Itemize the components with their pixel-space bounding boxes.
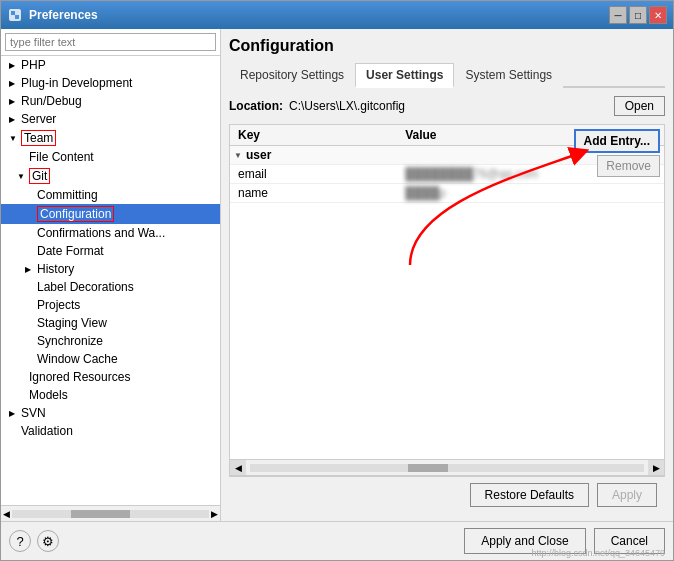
sidebar-item-label: Run/Debug	[21, 94, 82, 108]
tab-user-settings[interactable]: User Settings	[355, 63, 454, 88]
sidebar-item-label: Ignored Resources	[29, 370, 130, 384]
sidebar-item-plugin[interactable]: ▶ Plug-in Development	[1, 74, 220, 92]
filter-box	[1, 29, 220, 56]
minimize-button[interactable]: ─	[609, 6, 627, 24]
sidebar-item-ignoredresources[interactable]: Ignored Resources	[1, 368, 220, 386]
sidebar-item-php[interactable]: ▶ PHP	[1, 56, 220, 74]
svg-rect-2	[15, 15, 19, 19]
bottom-bar: Restore Defaults Apply	[229, 476, 665, 513]
arrow-icon: ▼	[9, 134, 21, 143]
right-panel: Configuration Repository Settings User S…	[221, 29, 673, 521]
sidebar-item-label: History	[37, 262, 74, 276]
sidebar-item-label: Staging View	[37, 316, 107, 330]
watermark: http://blog.csdn.net/qq_34645479	[531, 548, 665, 558]
sidebar-item-label: Plug-in Development	[21, 76, 132, 90]
sidebar-item-synchronize[interactable]: Synchronize	[1, 332, 220, 350]
sidebar-item-server[interactable]: ▶ Server	[1, 110, 220, 128]
preferences-window: Preferences ─ □ ✕ ▶ PHP ▶ Plug-in Develo…	[0, 0, 674, 561]
sidebar-item-label: Date Format	[37, 244, 104, 258]
location-value: C:\Users\LX\.gitconfig	[289, 99, 608, 113]
window-title: Preferences	[29, 8, 609, 22]
sidebar-scrollbar[interactable]: ◀ ▶	[1, 505, 220, 521]
sidebar-item-labeldecorations[interactable]: Label Decorations	[1, 278, 220, 296]
sidebar-item-label: SVN	[21, 406, 46, 420]
footer: ? ⚙ Apply and Close Cancel http://blog.c…	[1, 521, 673, 560]
table-row[interactable]: email ████████76@qq.com	[230, 165, 664, 184]
help-icon[interactable]: ?	[9, 530, 31, 552]
sidebar-item-rundebug[interactable]: ▶ Run/Debug	[1, 92, 220, 110]
arrow-icon: ▶	[9, 79, 21, 88]
sidebar-item-label: Confirmations and Wa...	[37, 226, 165, 240]
sidebar-item-git[interactable]: ▼ Git	[1, 166, 220, 186]
sidebar-item-history[interactable]: ▶ History	[1, 260, 220, 278]
sidebar-item-label: Synchronize	[37, 334, 103, 348]
sidebar-item-label: File Content	[29, 150, 94, 164]
sidebar-item-label: PHP	[21, 58, 46, 72]
sidebar-item-models[interactable]: Models	[1, 386, 220, 404]
arrow-icon: ▶	[9, 61, 21, 70]
arrow-icon: ▶	[9, 409, 21, 418]
restore-defaults-button[interactable]: Restore Defaults	[470, 483, 589, 507]
scroll-left-button[interactable]: ◀	[230, 460, 246, 476]
main-content: ▶ PHP ▶ Plug-in Development ▶ Run/Debug …	[1, 29, 673, 521]
arrow-icon: ▶	[9, 97, 21, 106]
row-key: name	[238, 186, 405, 200]
table-row[interactable]: name ████p	[230, 184, 664, 203]
sidebar-item-label: Projects	[37, 298, 80, 312]
sidebar-item-label: Configuration	[37, 206, 114, 222]
tree-area: ▶ PHP ▶ Plug-in Development ▶ Run/Debug …	[1, 56, 220, 505]
sidebar-item-label: Window Cache	[37, 352, 118, 366]
svg-rect-1	[11, 11, 15, 15]
sidebar-item-label: Models	[29, 388, 68, 402]
sidebar-item-stagingview[interactable]: Staging View	[1, 314, 220, 332]
sidebar-item-label: Validation	[21, 424, 73, 438]
tab-bar: Repository Settings User Settings System…	[229, 63, 665, 88]
sidebar-item-projects[interactable]: Projects	[1, 296, 220, 314]
sidebar-item-label: Team	[21, 130, 56, 146]
tab-repository-settings[interactable]: Repository Settings	[229, 63, 355, 88]
add-entry-button[interactable]: Add Entry...	[574, 129, 660, 153]
footer-icons: ? ⚙	[9, 530, 59, 552]
sidebar-item-dateformat[interactable]: Date Format	[1, 242, 220, 260]
sidebar-item-label: Server	[21, 112, 56, 126]
config-area: Add Entry... Remove Key Value ▼ user ema…	[229, 124, 665, 476]
row-value-name: ████p	[405, 186, 656, 200]
sidebar-item-filecontent[interactable]: File Content	[1, 148, 220, 166]
tab-system-settings[interactable]: System Settings	[454, 63, 563, 88]
scroll-thumb[interactable]	[408, 464, 448, 472]
scroll-right-button[interactable]: ▶	[648, 460, 664, 476]
sidebar-item-configuration[interactable]: Configuration	[1, 204, 220, 224]
table-body: ▼ user email ████████76@qq.com name ████…	[230, 146, 664, 459]
arrow-icon: ▼	[17, 172, 29, 181]
maximize-button[interactable]: □	[629, 6, 647, 24]
panel-title: Configuration	[229, 37, 665, 55]
location-bar: Location: C:\Users\LX\.gitconfig Open	[229, 96, 665, 116]
close-button[interactable]: ✕	[649, 6, 667, 24]
open-button[interactable]: Open	[614, 96, 665, 116]
window-icon	[7, 7, 23, 23]
col-key-header: Key	[238, 128, 405, 142]
section-arrow-icon: ▼	[234, 151, 246, 160]
table-scrollbar[interactable]: ◀ ▶	[230, 459, 664, 475]
sidebar-item-confirmations[interactable]: Confirmations and Wa...	[1, 224, 220, 242]
arrow-icon: ▶	[25, 265, 37, 274]
location-label: Location:	[229, 99, 283, 113]
sidebar-item-validation[interactable]: Validation	[1, 422, 220, 440]
sidebar-item-label: Label Decorations	[37, 280, 134, 294]
arrow-icon: ▶	[9, 115, 21, 124]
row-key: email	[238, 167, 405, 181]
sidebar-item-svn[interactable]: ▶ SVN	[1, 404, 220, 422]
apply-button[interactable]: Apply	[597, 483, 657, 507]
sidebar-item-windowcache[interactable]: Window Cache	[1, 350, 220, 368]
scroll-track	[250, 464, 644, 472]
sidebar-item-committing[interactable]: Committing	[1, 186, 220, 204]
sidebar-item-label: Git	[29, 168, 50, 184]
sidebar-item-label: Committing	[37, 188, 98, 202]
settings-icon[interactable]: ⚙	[37, 530, 59, 552]
window-controls: ─ □ ✕	[609, 6, 667, 24]
sidebar-item-team[interactable]: ▼ Team	[1, 128, 220, 148]
filter-input[interactable]	[5, 33, 216, 51]
title-bar: Preferences ─ □ ✕	[1, 1, 673, 29]
sidebar: ▶ PHP ▶ Plug-in Development ▶ Run/Debug …	[1, 29, 221, 521]
section-name: user	[246, 148, 271, 162]
